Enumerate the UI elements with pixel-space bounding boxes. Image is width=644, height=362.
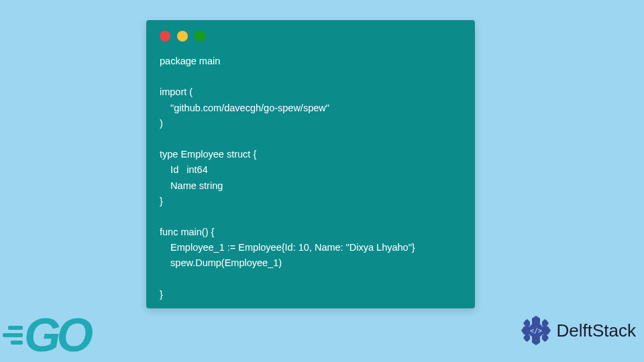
code-line: Id int64 [160,164,208,175]
maximize-dot [195,31,205,42]
code-line: } [160,289,163,300]
code-content: package main import ( "github.com/davecg… [160,54,462,302]
go-logo: GO [3,316,89,354]
code-line: "github.com/davecgh/go-spew/spew" [160,103,329,113]
code-line: ) [160,118,163,129]
delftstack-text: DelftStack [557,320,637,341]
code-line: } [160,196,163,206]
code-line: type Employee struct { [160,149,256,160]
stack-word: Stack [592,320,636,341]
speed-line [3,333,23,337]
delftstack-brand: </> DelftStack [519,314,637,347]
code-line: Employee_1 := Employee{Id: 10, Name: "Di… [160,242,415,253]
code-line: func main() { [160,227,214,237]
svg-marker-7 [523,334,530,342]
window-controls [160,31,462,42]
go-speed-lines [3,326,23,345]
svg-marker-4 [542,319,549,327]
code-line: import ( [160,86,193,97]
code-line: package main [160,56,220,66]
close-dot [160,31,170,42]
code-window: package main import ( "github.com/davecg… [146,20,475,308]
speed-line [8,326,23,330]
svg-text:</>: </> [529,327,541,335]
minimize-dot [177,31,188,42]
code-line: spew.Dump(Employee_1) [160,257,282,268]
delft-word: Delft [557,320,592,341]
speed-line [11,341,23,345]
svg-marker-6 [542,334,549,342]
go-logo-text: GO [24,316,89,354]
svg-marker-5 [523,319,530,327]
delftstack-logo-icon: </> [519,314,553,347]
code-line: Name string [160,180,223,191]
